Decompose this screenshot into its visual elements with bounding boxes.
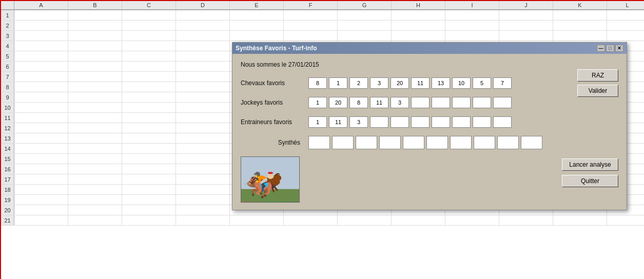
entraineurs-input-2[interactable]: 11 [329, 116, 347, 128]
synthes-box-7[interactable] [450, 136, 472, 149]
row-header: 13 [1, 133, 14, 143]
chevaux-input-2[interactable]: 1 [329, 77, 347, 89]
svg-line-4 [261, 187, 264, 192]
jockeys-input-4[interactable]: 11 [370, 97, 388, 108]
jockeys-input-5[interactable]: 3 [391, 97, 409, 108]
col-header-l: L [607, 1, 644, 10]
synthes-inputs [307, 136, 543, 149]
row-header: 6 [1, 62, 14, 71]
lancer-analyse-button[interactable]: Lancer analyse [562, 158, 618, 171]
entraineurs-input-10[interactable] [493, 116, 512, 128]
synthes-box-2[interactable] [332, 136, 354, 149]
entraineurs-input-9[interactable] [473, 116, 491, 128]
close-button[interactable]: ✕ [615, 45, 623, 52]
column-headers: A B C D E F G H I J K L [1, 1, 644, 10]
row-header: 4 [1, 41, 14, 51]
col-header-k: K [553, 1, 607, 10]
maximize-button[interactable]: □ [606, 45, 614, 52]
quitter-button[interactable]: Quitter [562, 175, 618, 187]
chevaux-input-7[interactable]: 13 [432, 77, 450, 89]
valider-button[interactable]: Valider [577, 85, 618, 97]
entraineurs-input-8[interactable] [452, 116, 471, 128]
col-header-e: E [230, 1, 284, 10]
svg-point-8 [267, 174, 274, 179]
synthes-box-6[interactable] [426, 136, 448, 149]
col-header-g: G [338, 1, 392, 10]
jockeys-input-1[interactable]: 1 [308, 97, 327, 108]
synthes-box-3[interactable] [356, 136, 377, 149]
chevaux-inputs: 8 1 2 3 20 11 13 10 5 7 [307, 77, 513, 89]
row-header: 11 [1, 113, 14, 123]
horse-image [241, 156, 300, 203]
entraineurs-row: Entraineurs favoris 1 11 3 [241, 116, 618, 128]
svg-point-11 [247, 179, 265, 188]
grid-row: 2 [1, 21, 644, 31]
jockeys-input-3[interactable]: 8 [349, 97, 368, 108]
corner-cell [1, 1, 14, 10]
row-header: 17 [1, 174, 14, 184]
jockeys-input-9[interactable] [473, 97, 491, 108]
entraineurs-input-1[interactable]: 1 [308, 116, 327, 128]
col-header-d: D [176, 1, 230, 10]
col-header-f: F [284, 1, 338, 10]
minimize-button[interactable]: — [597, 45, 605, 52]
chevaux-input-10[interactable]: 7 [493, 77, 512, 89]
entraineurs-input-6[interactable] [411, 116, 430, 128]
col-header-h: H [392, 1, 445, 10]
col-header-i: I [445, 1, 499, 10]
svg-point-2 [258, 176, 281, 188]
raz-button[interactable]: RAZ [577, 69, 618, 82]
entraineurs-input-3[interactable]: 3 [349, 116, 368, 128]
chevaux-input-4[interactable]: 3 [370, 77, 388, 89]
chevaux-input-3[interactable]: 2 [349, 77, 368, 89]
entraineurs-input-5[interactable] [391, 116, 409, 128]
dialog-body: Nous sommes le 27/01/2015 RAZ Valider Ch… [232, 54, 627, 210]
col-header-b: B [68, 1, 122, 10]
entraineurs-inputs: 1 11 3 [307, 116, 513, 128]
row-header: 3 [1, 31, 14, 41]
svg-line-6 [271, 187, 274, 192]
row-header: 15 [1, 154, 14, 164]
row-header: 18 [1, 185, 14, 194]
entraineurs-input-7[interactable] [432, 116, 450, 128]
synthes-box-9[interactable] [497, 136, 519, 149]
jockeys-input-7[interactable] [432, 97, 450, 108]
synthes-box-1[interactable] [308, 136, 330, 149]
row-header: 16 [1, 164, 14, 174]
synthes-box-4[interactable] [379, 136, 401, 149]
jockeys-row: Jockeys favoris 1 20 8 11 3 [241, 97, 618, 108]
row-header: 10 [1, 103, 14, 112]
row-header: 8 [1, 82, 14, 92]
svg-point-10 [268, 172, 273, 174]
synthes-box-5[interactable] [403, 136, 424, 149]
row-header: 20 [1, 205, 14, 215]
row-header: 19 [1, 195, 14, 205]
col-header-c: C [122, 1, 176, 10]
jockeys-input-10[interactable] [493, 97, 512, 108]
jockeys-inputs: 1 20 8 11 3 [307, 97, 513, 108]
chevaux-row: Chevaux favoris 8 1 2 3 20 11 13 10 5 7 [241, 77, 618, 89]
entraineurs-input-4[interactable] [370, 116, 388, 128]
row-header: 2 [1, 21, 14, 30]
jockeys-label: Jockeys favoris [241, 99, 307, 106]
chevaux-input-6[interactable]: 11 [411, 77, 430, 89]
dialog-titlebar: Synthèse Favoris - Turf-info — □ ✕ [232, 43, 627, 54]
chevaux-input-8[interactable]: 10 [452, 77, 471, 89]
chevaux-input-1[interactable]: 8 [308, 77, 327, 89]
synthes-box-10[interactable] [521, 136, 542, 149]
col-header-a: A [14, 1, 68, 10]
top-right-buttons: RAZ Valider [577, 69, 618, 97]
jockeys-input-8[interactable] [452, 97, 471, 108]
dialog-synthese-favoris: Synthèse Favoris - Turf-info — □ ✕ Nous … [232, 42, 627, 210]
synthes-box-8[interactable] [474, 136, 495, 149]
row-header: 21 [1, 215, 14, 225]
jockeys-input-2[interactable]: 20 [329, 97, 347, 108]
chevaux-input-5[interactable]: 20 [391, 77, 409, 89]
col-header-j: J [499, 1, 553, 10]
entraineurs-label: Entraineurs favoris [241, 118, 307, 126]
bottom-right-buttons: Lancer analyse Quitter [562, 158, 618, 187]
chevaux-input-9[interactable]: 5 [473, 77, 491, 89]
grid-row: 21 [1, 215, 644, 226]
grid-row: 3 [1, 31, 644, 41]
jockeys-input-6[interactable] [411, 97, 430, 108]
